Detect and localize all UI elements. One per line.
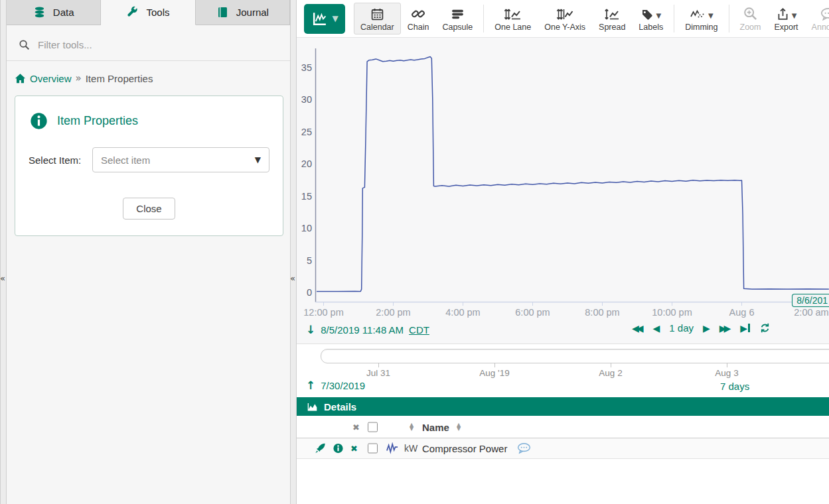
range-start-datetime[interactable]: 8/5/2019 11:48 AM	[321, 324, 404, 336]
toolbar-separator	[483, 5, 484, 32]
step-to-end-button[interactable]: ▶	[740, 323, 750, 334]
labels-icon: ▼	[641, 5, 661, 21]
breadcrumb-overview-link[interactable]: Overview	[30, 73, 72, 84]
database-icon	[33, 6, 46, 19]
svg-text:4:00 pm: 4:00 pm	[445, 307, 480, 318]
chevron-down-icon: ▼	[255, 155, 261, 164]
svg-text:12:00 pm: 12:00 pm	[303, 307, 343, 318]
chevron-down-icon: ▼	[332, 14, 338, 23]
range-duration[interactable]: 1 day	[669, 322, 694, 334]
home-icon[interactable]	[15, 73, 26, 84]
step-back-full-button[interactable]: ◀◀	[632, 323, 644, 334]
seeq-workbench: « Data Tools Journal Overview »	[0, 0, 829, 504]
details-title: Details	[324, 401, 356, 412]
step-forward-full-button[interactable]: ▶▶	[719, 323, 731, 334]
investigate-range-start: ↑ 7/30/2019	[306, 379, 365, 392]
svg-text:20: 20	[301, 158, 312, 169]
collapse-panel-handle[interactable]: «	[290, 0, 297, 504]
breadcrumb: Overview » Item Properties	[15, 72, 282, 84]
collapse-left-handle[interactable]: «	[0, 0, 7, 504]
select-all-checkbox[interactable]	[368, 422, 378, 432]
breadcrumb-separator: »	[76, 72, 82, 84]
breadcrumb-current: Item Properties	[86, 73, 153, 84]
toolbar-one-lane-button[interactable]: One Lane	[488, 3, 538, 34]
svg-text:2:00 pm: 2:00 pm	[376, 307, 410, 318]
tab-journal[interactable]: Journal	[196, 0, 290, 25]
svg-text:35: 35	[301, 62, 312, 73]
details-row-compressor-power[interactable]: ✖ kW Compressor Power	[297, 438, 829, 459]
toolbar-export-button[interactable]: ▼Export	[767, 3, 804, 34]
wrench-icon	[126, 6, 139, 19]
tab-tools[interactable]: Tools	[101, 0, 195, 25]
trend-chart[interactable]: 12:00 pm2:00 pm4:00 pm6:00 pm8:00 pm10:0…	[297, 38, 829, 318]
calendar-icon	[370, 5, 384, 21]
investigate-duration[interactable]: 7 days	[720, 381, 749, 392]
step-back-half-button[interactable]: ◀	[653, 323, 660, 334]
item-properties-card: Item Properties Select Item: Select item…	[15, 95, 283, 236]
search-icon	[19, 39, 30, 50]
toolbar-annotate-button: Annotate	[805, 3, 829, 34]
one-y-axis-icon	[556, 5, 574, 21]
svg-text:6:00 pm: 6:00 pm	[515, 307, 550, 318]
svg-text:10: 10	[301, 223, 312, 233]
view-mode-dropdown-button[interactable]: ▼	[304, 4, 345, 34]
rocket-icon[interactable]	[315, 443, 326, 454]
timebar-tickmark	[494, 363, 495, 367]
toolbar-calendar-button[interactable]: Calendar	[354, 3, 401, 34]
toolbar-one-y-axis-button[interactable]: One Y-Axis	[538, 3, 592, 34]
refresh-icon[interactable]	[759, 322, 771, 334]
dimming-icon: ▼	[690, 5, 714, 21]
svg-text:8:00 pm: 8:00 pm	[585, 307, 619, 318]
investigate-timebar: Jul 31Aug '19Aug 2Aug 3 ↑ 7/30/2019 7 da…	[297, 344, 829, 397]
select-item-dropdown[interactable]: Select item ▼	[92, 147, 269, 172]
comment-icon[interactable]	[517, 443, 531, 454]
remove-all-icon[interactable]: ✖	[352, 422, 360, 432]
investigate-start-date[interactable]: 7/30/2019	[321, 380, 365, 391]
toolbar-capsule-button[interactable]: Capsule	[435, 3, 479, 34]
toolbar-chain-button[interactable]: Chain	[401, 3, 436, 34]
sort-icon[interactable]: ▲▼	[457, 423, 461, 431]
timebar-slider[interactable]	[321, 349, 829, 363]
select-item-placeholder: Select item	[101, 155, 150, 166]
step-forward-half-button[interactable]: ▶	[703, 323, 710, 334]
tab-data[interactable]: Data	[7, 0, 101, 25]
timebar-tickmark	[611, 363, 611, 367]
toolbar-items: CalendarChainCapsuleOne LaneOne Y-AxisSp…	[354, 3, 829, 34]
toolbar-labels-button[interactable]: ▼Labels	[632, 3, 670, 34]
signal-name[interactable]: Compressor Power	[422, 443, 507, 454]
range-end-tag: 8/6/201	[792, 294, 829, 307]
chart-canvas[interactable]: 12:00 pm2:00 pm4:00 pm6:00 pm8:00 pm10:0…	[297, 38, 829, 318]
item-info-icon[interactable]	[333, 444, 343, 454]
trend-toolbar: ▼ CalendarChainCapsuleOne LaneOne Y-Axis…	[297, 0, 829, 38]
capsule-icon	[451, 5, 465, 21]
range-navigation: ◀◀ ◀ 1 day ▶ ▶▶ ▶	[632, 322, 771, 334]
svg-text:30: 30	[301, 94, 312, 105]
timebar-tickmark	[727, 363, 727, 367]
toolbar-spread-button[interactable]: Spread	[592, 3, 632, 34]
name-column-header[interactable]: Name	[422, 421, 449, 432]
timezone-link[interactable]: CDT	[409, 324, 429, 336]
panel-tabs: Data Tools Journal	[7, 0, 290, 25]
area-chart-icon	[307, 401, 318, 412]
divider	[7, 60, 290, 61]
filter-tools-input[interactable]	[37, 38, 278, 51]
tab-journal-label: Journal	[236, 7, 269, 18]
card-title-row: Item Properties	[30, 112, 269, 130]
details-table-header: ✖ ▲▼ Name ▲▼	[297, 416, 829, 438]
zoom-icon	[743, 5, 758, 21]
svg-text:0: 0	[307, 287, 312, 298]
sort-icon[interactable]: ▲▼	[410, 423, 414, 431]
details-panel-header: Details	[297, 397, 829, 416]
row-checkbox[interactable]	[368, 444, 378, 454]
svg-text:10:00 pm: 10:00 pm	[652, 307, 692, 318]
select-item-row: Select Item: Select item ▼	[29, 147, 269, 172]
chevron-down-icon: ▼	[792, 12, 797, 19]
tab-data-label: Data	[53, 7, 74, 18]
chain-icon	[411, 5, 425, 21]
remove-item-icon[interactable]: ✖	[350, 444, 358, 454]
close-button[interactable]: Close	[123, 198, 175, 220]
trend-pane: ▼ CalendarChainCapsuleOne LaneOne Y-Axis…	[297, 0, 829, 504]
toolbar-dimming-button[interactable]: ▼Dimming	[678, 3, 724, 34]
chevron-down-icon: ▼	[656, 12, 661, 19]
arrow-up-icon: ↑	[306, 379, 315, 392]
